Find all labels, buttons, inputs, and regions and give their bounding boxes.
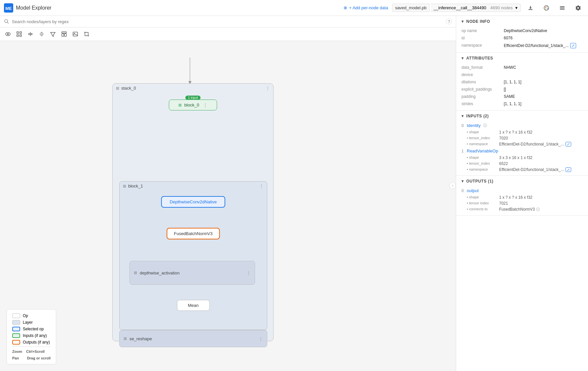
- mean-node[interactable]: Mean: [177, 300, 210, 311]
- settings-icon: [575, 5, 581, 11]
- dots-icon[interactable]: ⋮: [266, 86, 270, 91]
- filter-button[interactable]: [48, 29, 58, 39]
- group-stack-0[interactable]: ⊠ stack_0 ⋮ 1 input ⊠ block_0 ⋮: [112, 83, 274, 341]
- svg-rect-9: [560, 9, 565, 10]
- topbar: ME Model Explorer ⊕ + Add per-node data …: [0, 0, 588, 16]
- right-panel: ▾ NODE INFO op name DepthwiseConv2dNativ…: [456, 16, 588, 371]
- legend: Op Layer Selected op Inputs (if any) Out…: [7, 309, 56, 364]
- add-per-node-button[interactable]: ⊕ + Add per-node data: [344, 5, 388, 10]
- depthwise-activation-label: depthwise_activation: [140, 270, 180, 275]
- inputs-items: 0 Identity ⓘ shape1 x ? x ? x 16 x f32te…: [456, 122, 588, 173]
- svg-point-4: [547, 6, 548, 7]
- svg-rect-21: [73, 32, 78, 36]
- group-block-1[interactable]: ⊠ block_1 ⋮ DepthwiseConv2dNative FusedB…: [119, 181, 267, 330]
- attributes-chevron: ▾: [461, 56, 464, 61]
- attributes-header[interactable]: ▾ ATTRIBUTES: [456, 53, 588, 64]
- se-reshape-group[interactable]: ⊠ se_reshape ⋮: [119, 330, 267, 347]
- input-sub-row: namespaceEfficientDet-D2/functional_1/st…: [456, 141, 588, 147]
- output-item: 0 output shape1 x ? x ? x 16 x f32tensor…: [456, 187, 588, 213]
- svg-rect-7: [560, 6, 565, 7]
- outputs-chevron: ▾: [461, 179, 464, 184]
- stack-0-header[interactable]: ⊠ stack_0 ⋮: [113, 84, 273, 93]
- legend-op: Op: [12, 313, 51, 318]
- inputs-title: INPUTS (2): [466, 114, 489, 118]
- input-info-icon[interactable]: ⓘ: [483, 123, 487, 128]
- depthwiseconv-node[interactable]: DepthwiseConv2dNative: [161, 196, 225, 208]
- stack-0-label: stack_0: [121, 86, 136, 91]
- visibility-toggle-button[interactable]: [3, 29, 13, 39]
- legend-layer: Layer: [12, 320, 51, 325]
- graph-area[interactable]: ⊠ stack_0 ⋮ 1 input ⊠ block_0 ⋮: [0, 41, 456, 371]
- svg-point-10: [5, 20, 8, 22]
- fit-to-screen-button[interactable]: [14, 29, 24, 39]
- expand-all-icon: [27, 31, 33, 37]
- namespace-expand-icon[interactable]: ⤢: [566, 142, 571, 146]
- namespace-expand-icon[interactable]: ⤢: [570, 43, 576, 48]
- block-0-dots-icon[interactable]: ⋮: [203, 103, 207, 107]
- collapse-all-button[interactable]: [36, 29, 47, 39]
- search-help-icon[interactable]: ?: [446, 19, 452, 24]
- block-0-wrapper: 1 input ⊠ block_0 ⋮: [169, 100, 217, 110]
- node-info-header[interactable]: ▾ NODE INFO: [456, 16, 588, 27]
- image-icon: [72, 31, 78, 37]
- expand-all-button[interactable]: [25, 29, 36, 39]
- svg-point-5: [547, 8, 548, 9]
- palette-icon: [543, 5, 550, 11]
- connects-to-icon[interactable]: ⓘ: [536, 207, 540, 211]
- input-name[interactable]: Identity: [467, 123, 481, 128]
- block-1-header[interactable]: ⊠ block_1 ⋮: [120, 182, 267, 190]
- crop-button[interactable]: [81, 29, 92, 39]
- attribute-row: device: [456, 71, 588, 78]
- block-0-node[interactable]: ⊠ block_0 ⋮: [169, 100, 217, 110]
- list-button[interactable]: [556, 2, 568, 14]
- svg-rect-18: [62, 32, 66, 33]
- outputs-header[interactable]: ▾ OUTPUTS (1): [456, 176, 588, 187]
- app-title: Model Explorer: [16, 5, 52, 11]
- depthwise-activation-dots-icon[interactable]: ⋮: [246, 270, 251, 275]
- block-0-collapse-icon: ⊠: [178, 103, 182, 107]
- se-reshape-label: se_reshape: [129, 336, 152, 341]
- svg-rect-19: [62, 34, 64, 36]
- input-sub-row: tensor_index7020: [456, 135, 588, 141]
- se-reshape-dots-icon[interactable]: ⋮: [259, 336, 263, 341]
- frame-icon: [16, 31, 22, 37]
- attribute-row: data_formatNHWC: [456, 64, 588, 71]
- namespace-expand-icon[interactable]: ⤢: [566, 167, 571, 172]
- settings-button[interactable]: [572, 2, 584, 14]
- svg-point-6: [545, 8, 546, 9]
- add-icon: ⊕: [344, 5, 347, 10]
- palette-button[interactable]: [540, 2, 552, 14]
- left-panel: ?: [0, 16, 456, 371]
- attribute-row: paddingSAME: [456, 93, 588, 100]
- layout-button[interactable]: [59, 29, 69, 39]
- svg-point-3: [545, 7, 546, 8]
- block-0-label: block_0: [184, 103, 199, 107]
- attribute-row: strides[1, 1, 1, 1]: [456, 100, 588, 107]
- outputs-section: ▾ OUTPUTS (1) 0 output shape1 x ? x ? x …: [456, 176, 588, 216]
- list-icon: [559, 5, 566, 11]
- outputs-items: 0 output shape1 x ? x ? x 16 x f32tensor…: [456, 187, 588, 213]
- svg-point-13: [7, 33, 9, 35]
- input-sub-row: shape3 x 3 x 16 x 1 x f32: [456, 155, 588, 161]
- legend-inputs: Inputs (if any): [12, 333, 51, 338]
- node-info-chevron: ▾: [461, 19, 464, 24]
- output-sub-row: tensor index7021: [456, 200, 588, 206]
- svg-rect-8: [560, 8, 565, 8]
- legend-selected-op: Selected op: [12, 327, 51, 331]
- inputs-chevron: ▾: [461, 114, 464, 118]
- search-bar: ?: [0, 16, 456, 27]
- outputs-title: OUTPUTS (1): [466, 179, 494, 184]
- block-1-label: block_1: [128, 184, 143, 188]
- inputs-header[interactable]: ▾ INPUTS (2): [456, 110, 588, 122]
- fusedbatchnorm-node[interactable]: FusedBatchNormV3: [166, 228, 220, 239]
- model-dropdown[interactable]: __inference__call__384490 4690 nodes ▾: [431, 4, 521, 12]
- namespace-row: namespace EfficientDet-D2/functional_1/s…: [456, 42, 588, 50]
- output-name[interactable]: output: [467, 188, 479, 193]
- image-button[interactable]: [70, 29, 81, 39]
- input-name[interactable]: ReadVariableOp: [467, 148, 498, 153]
- depthwise-activation-group[interactable]: ⊠ depthwise_activation ⋮: [129, 261, 255, 285]
- legend-pan: Pan Drag or scroll: [12, 356, 51, 360]
- search-input[interactable]: [12, 19, 443, 24]
- download-button[interactable]: [525, 2, 536, 14]
- block-1-dots-icon[interactable]: ⋮: [259, 184, 264, 188]
